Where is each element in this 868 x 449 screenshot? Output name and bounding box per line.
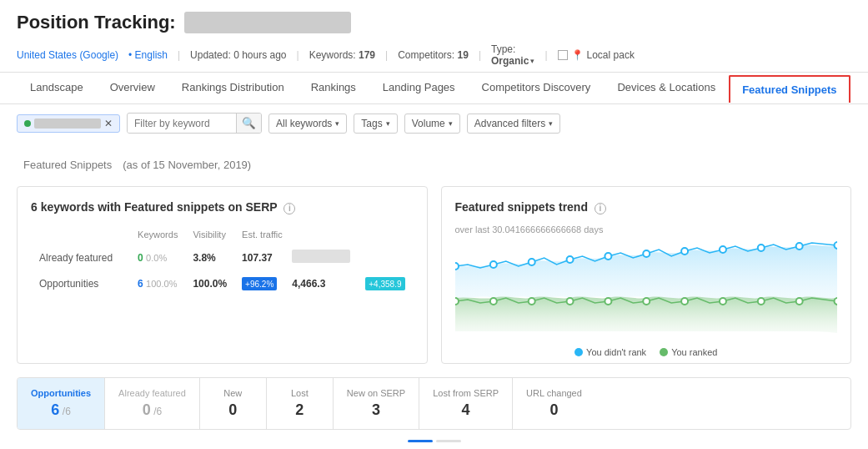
stat-already-featured-label: Already featured [118, 388, 186, 398]
row-already-featured-traffic-bar [285, 245, 357, 270]
page-title-domain-blur [184, 12, 351, 33]
blue-dot [643, 250, 650, 257]
row-already-featured-label: Already featured [33, 245, 129, 270]
blue-dot [719, 246, 725, 253]
green-dot [834, 298, 837, 305]
keyword-search-button[interactable]: 🔍 [236, 114, 261, 133]
page-wrapper: Position Tracking: United States (Google… [0, 0, 868, 449]
page-title-text: Position Tracking: [17, 12, 176, 33]
stat-lost-from-serp-label: Lost from SERP [433, 388, 499, 398]
blue-dot [455, 263, 459, 270]
green-dot [681, 298, 688, 305]
stat-lost-value: 2 [280, 401, 319, 419]
green-dot [719, 298, 725, 305]
type-dropdown-arrow: ▾ [530, 57, 534, 65]
row-opportunities-visibility: 100.0% [186, 272, 233, 295]
blue-dot [528, 259, 534, 265]
section-main-title: Featured Snippets (as of 15 November, 20… [17, 155, 251, 172]
stat-box-new-on-serp[interactable]: New on SERP 3 [334, 378, 419, 429]
meta-sep3: | [385, 49, 388, 61]
trend-card-info-icon[interactable]: i [595, 203, 606, 214]
meta-keywords: Keywords: 179 [309, 49, 375, 61]
page-header: Position Tracking: [0, 0, 868, 38]
col-header-est-traffic: Est. traffic [235, 226, 357, 243]
type-dropdown[interactable]: Organic ▾ [491, 55, 534, 67]
advanced-filters-arrow-icon: ▾ [549, 119, 553, 128]
tab-overview[interactable]: Overview [97, 73, 168, 103]
green-dot [795, 298, 802, 305]
col-header-keywords: Keywords [131, 226, 184, 243]
stat-box-lost[interactable]: Lost 2 [267, 378, 334, 429]
blue-dot [566, 256, 573, 263]
tab-landscape[interactable]: Landscape [17, 73, 97, 103]
tab-rankings[interactable]: Rankings [298, 73, 369, 103]
local-pack-icon: 📍 [571, 49, 584, 61]
row-opportunities-traffic: 4,466.3 [285, 272, 357, 295]
keywords-table: Keywords Visibility Est. traffic Already… [31, 224, 414, 297]
table-row-already-featured: Already featured 0 0.0% 3.8% 107.37 [33, 245, 412, 270]
tab-devices-locations[interactable]: Devices & Locations [604, 73, 729, 103]
stat-opportunities-denom: /6 [63, 406, 71, 417]
stat-opportunities-label: Opportunities [31, 388, 91, 398]
row-already-featured-traffic: 107.37 [235, 245, 283, 270]
stat-already-featured-denom: /6 [153, 406, 162, 417]
tags-dropdown[interactable]: Tags ▾ [354, 114, 397, 134]
local-pack-checkbox[interactable] [558, 50, 568, 60]
main-content: Featured Snippets (as of 15 November, 20… [0, 142, 868, 449]
stat-new-on-serp-label: New on SERP [347, 388, 405, 398]
meta-type: Type: Organic ▾ [491, 43, 534, 67]
row-opportunities-keywords: 6 100.0% [131, 272, 184, 295]
filter-bar: ✕ 🔍 All keywords ▾ Tags ▾ Volume ▾ Advan… [0, 104, 868, 142]
row-opportunities-traffic-change: +4,358.9 [359, 272, 411, 295]
filter-close-button[interactable]: ✕ [104, 118, 113, 129]
green-dot [605, 298, 611, 305]
volume-dropdown[interactable]: Volume ▾ [404, 114, 460, 134]
all-keywords-dropdown[interactable]: All keywords ▾ [268, 114, 347, 134]
tab-featured-snippets[interactable]: Featured Snippets [729, 75, 850, 103]
trend-card-subtitle: over last 30.041666666666668 days [455, 224, 838, 235]
row-opportunities-visibility-change: +96.2% [235, 272, 283, 295]
green-dot [643, 298, 650, 305]
tags-arrow-icon: ▾ [386, 119, 390, 128]
stat-url-changed-label: URL changed [526, 388, 582, 398]
tab-rankings-distribution[interactable]: Rankings Distribution [168, 73, 298, 103]
legend-ranked: You ranked [660, 347, 717, 357]
blue-dot [795, 243, 802, 250]
col-header-visibility: Visibility [186, 226, 233, 243]
keywords-card-info-icon[interactable]: i [283, 203, 295, 214]
meta-language: • English [128, 49, 168, 61]
keyword-search-input[interactable] [128, 114, 236, 133]
blue-dot [605, 253, 611, 260]
cards-row: 6 keywords with Featured snippets on SER… [17, 186, 851, 364]
stat-box-already-featured[interactable]: Already featured 0 /6 [105, 378, 200, 429]
stat-box-opportunities[interactable]: Opportunities 6 /6 [18, 378, 105, 429]
green-dot [489, 298, 496, 305]
page-title-container: Position Tracking: [17, 12, 851, 33]
active-filter-tag: ✕ [17, 114, 120, 133]
section-title-row: Featured Snippets (as of 15 November, 20… [17, 155, 851, 173]
row-opportunities-label: Opportunities [33, 272, 129, 295]
volume-arrow-icon: ▾ [449, 119, 453, 128]
advanced-filters-dropdown[interactable]: Advanced filters ▾ [467, 114, 560, 134]
blue-dot [757, 245, 764, 251]
blue-dot [489, 261, 496, 268]
stat-new-on-serp-value: 3 [347, 401, 405, 419]
keywords-card-title: 6 keywords with Featured snippets on SER… [31, 200, 414, 214]
meta-sep2: | [297, 49, 299, 61]
scroll-dot-inactive [436, 440, 461, 442]
stat-box-lost-from-serp[interactable]: Lost from SERP 4 [419, 378, 513, 429]
green-dot [528, 298, 534, 305]
scroll-indicator [17, 440, 851, 442]
local-pack-group: 📍 Local pack [558, 49, 635, 61]
col-header-label [33, 226, 129, 243]
tab-landing-pages[interactable]: Landing Pages [369, 73, 469, 103]
keyword-search-container: 🔍 [127, 113, 262, 134]
row-already-featured-keywords: 0 0.0% [131, 245, 184, 270]
tab-competitors-discovery[interactable]: Competitors Discovery [469, 73, 605, 103]
chart-legend: You didn't rank You ranked [455, 347, 838, 357]
stat-box-new[interactable]: New 0 [200, 378, 267, 429]
opportunities-cyan-bar: +4,358.9 [365, 277, 404, 290]
row-already-featured-visibility: 3.8% [186, 245, 233, 270]
stat-box-url-changed[interactable]: URL changed 0 [513, 378, 595, 429]
meta-location[interactable]: United States (Google) [17, 49, 118, 61]
